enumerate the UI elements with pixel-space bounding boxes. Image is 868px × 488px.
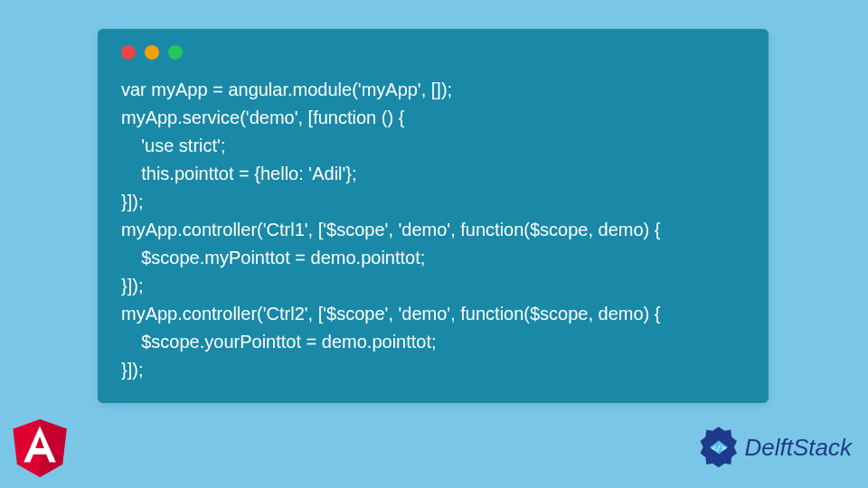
svg-text:</>: </> — [711, 444, 726, 453]
close-dot — [121, 45, 136, 60]
code-window: var myApp = angular.module('myApp', []);… — [98, 29, 769, 403]
delftstack-text: DelftStack — [745, 434, 853, 462]
delftstack-icon: </> — [696, 425, 741, 470]
delftstack-brand: </> DelftStack — [696, 425, 853, 470]
angular-icon — [13, 419, 67, 477]
maximize-dot — [168, 45, 183, 60]
code-content: var myApp = angular.module('myApp', []);… — [121, 76, 745, 384]
window-controls — [121, 45, 745, 60]
minimize-dot — [145, 45, 159, 60]
